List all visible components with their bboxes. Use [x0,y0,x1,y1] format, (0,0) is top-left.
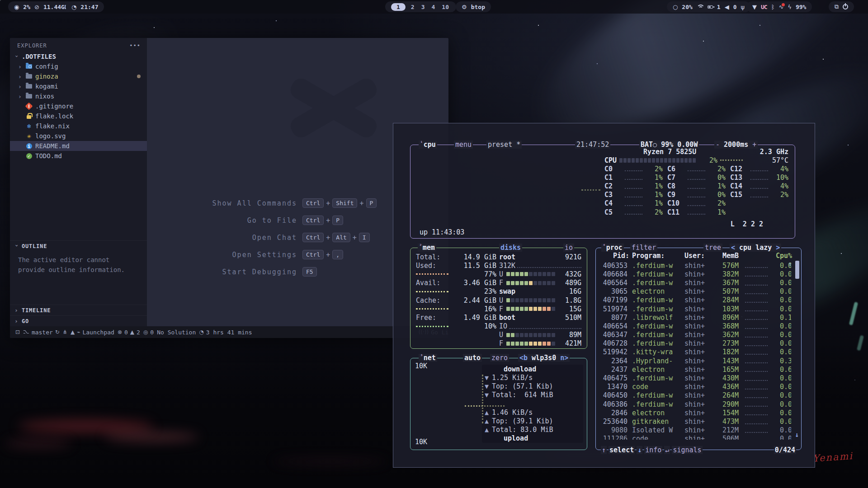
process-row-406450[interactable]: 406450.ferdium-wshin+264M0.0 [599,391,791,400]
net-zero-button[interactable]: zero [490,354,509,362]
process-row-519942[interactable]: 519942.kitty-wrashin+182M0.0 [599,348,791,357]
process-row-406684[interactable]: 406684.ferdium-wshin+382M0.0 [599,270,791,278]
chevron-right-icon: › [14,307,19,314]
workspace-1[interactable]: 1 [391,3,406,11]
time-tracker[interactable]: ◔ 3 hrs 41 mins [199,329,252,336]
clock-pill[interactable]: ◔ 21:47 [66,1,104,12]
workspace-4[interactable]: 4 [430,4,436,10]
file-row-nixos[interactable]: ›nixos [10,91,147,101]
window-title-pill[interactable]: ⚙ btop [456,1,491,12]
process-row-407199[interactable]: 407199.ferdium-wshin+284M0.0 [599,296,791,305]
tab-net[interactable]: ³net [419,354,437,362]
net-interface-switch[interactable]: <b wlp3s0 n> [518,354,570,362]
process-row-406728[interactable]: 406728.ferdium-wshin+273M0.0 [599,339,791,348]
process-row-253640[interactable]: 253640gitkrakenshin+473M0.0 [599,417,791,426]
net-auto-button[interactable]: auto [463,354,482,362]
recorder-icon[interactable]: ∿ [778,4,783,10]
session-pill[interactable]: ⧉ [829,1,854,12]
workspace-3[interactable]: 3 [420,4,426,10]
pipeline-button[interactable]: ⋔ [63,329,67,335]
outline-label: OUTLINE [22,243,47,249]
file-row-TODO.md[interactable]: ✓TODO.md [10,151,147,161]
net-spacer [485,399,580,408]
disk-bar-F: F15G [499,305,581,313]
process-row-406564[interactable]: 406564.ferdium-wshin+367M0.0 [599,278,791,287]
tab-mem[interactable]: ²mem [418,244,436,252]
io-toggle[interactable]: io [563,244,574,252]
workspace-2[interactable]: 2 [410,4,416,10]
tab-cpu[interactable]: ¹cpu [419,141,437,149]
remote-window-button[interactable]: ⊡ [15,329,20,335]
more-actions-icon[interactable]: ••• [129,42,141,49]
process-row-406654[interactable]: 406654.ferdium-wshin+368M0.0 [599,322,791,330]
section-go[interactable]: › GO [10,315,147,326]
tray-pill[interactable]: ▼ UC ᛒ ∿ ϟ 99% [746,1,812,12]
iface-prev[interactable]: <b [519,354,528,362]
file-row-README.md[interactable]: iREADME.md [10,141,147,151]
preset-button[interactable]: preset * [486,141,522,149]
workspace-10[interactable]: 10 [440,4,450,10]
feedback-button[interactable]: ◎ 0 [143,329,154,336]
process-row-13470[interactable]: 13470codeshin+436M0.0 [599,383,791,391]
select-label[interactable]: select [609,446,635,454]
clipboard-icon[interactable]: ⧉ [835,3,839,10]
file-row-flake.lock[interactable]: flake.lock [10,111,147,121]
pipeline-icon: ⋔ [63,329,67,335]
tray-app-icon[interactable]: UC [761,4,767,10]
file-row-kogami[interactable]: ›kogami [10,81,147,91]
filter-button[interactable]: filter [630,244,657,252]
sort-control[interactable]: < cpu lazy > [730,244,781,252]
process-row-2364[interactable]: 2364.Hyprland-shin+143M0.3 [599,357,791,365]
process-row-406475[interactable]: 406475.ferdium-wshin+430M0.0 [599,374,791,382]
memory-icon: ⊘ [34,4,39,10]
process-row-111286[interactable]: 111286codeshin+506M0.0 [599,435,791,440]
process-row-8077[interactable]: 8077.librewolfshin+896M0.1 [599,313,791,322]
select-down-icon[interactable]: ↓ [637,446,642,454]
section-timeline[interactable]: › TIMELINE [10,305,147,315]
problems-button[interactable]: ⊗ 0 ▲ 2 [118,329,140,336]
tab-proc[interactable]: ⁴proc [601,244,624,252]
chevron-down-icon: › [14,54,20,59]
file-row-ginoza[interactable]: ›ginoza [10,71,147,81]
process-row-406353[interactable]: 406353.ferdium-wshin+576M0.0 [599,261,791,270]
system-stats-pill[interactable]: ◉ 2% ⊘ 11.44GB [8,1,74,12]
process-row-9080[interactable]: 9080Isolated Wshin+212M0.0 [599,426,791,435]
launchpad-button[interactable]: ▲ ⌁ Launchpad [71,329,114,336]
process-row-2437[interactable]: 2437electronshin+165M0.6 [599,365,791,374]
select-up-icon[interactable]: ↑ [601,446,607,454]
file-row-logo.svg[interactable]: ✳logo.svg [10,131,147,141]
tree-toggle[interactable]: tree [703,244,722,252]
bluetooth-icon[interactable]: ᛒ [771,4,775,10]
section-outline[interactable]: › OUTLINE [10,240,147,251]
iface-next[interactable]: n> [560,354,568,362]
sort-prev[interactable]: < [731,244,735,252]
process-row-406386[interactable]: 406386.ferdium-wshin+290M0.0 [599,400,791,408]
mem-cache: Cache:2.44 GiB [416,296,496,305]
process-row-3065[interactable]: 3065electronshin+507M0.0 [599,287,791,296]
disks-title[interactable]: disks [499,244,522,252]
power-icon[interactable] [843,4,848,9]
hardware-pill[interactable]: ○ 20% 1 ◀ 0 ψ [667,1,750,12]
info-button[interactable]: info [644,446,662,454]
file-row-config[interactable]: ›config [10,61,147,71]
menu-button[interactable]: menu [454,141,473,149]
tree-root[interactable]: ›.DOTFILES [10,52,147,61]
process-row-406347[interactable]: 406347.ferdium-wshin+362M0.0 [599,331,791,339]
sort-next[interactable]: > [776,244,780,252]
file-row-flake.nix[interactable]: ❄flake.nix [10,121,147,131]
process-row-2846[interactable]: 2846electronshin+154M0.0 [599,408,791,417]
git-branch-button[interactable]: ⌥ master ↻ [23,329,60,336]
file-row-.gitignore[interactable]: .gitignore [10,101,147,111]
solution-status[interactable]: No Solution [157,329,196,336]
filter-label: filter [632,244,656,252]
folder-icon-folder [25,93,33,100]
scroll-down-icon[interactable]: ↓ [795,431,799,439]
signals-button[interactable]: signals [672,446,702,454]
kbd-key: Alt [332,233,350,242]
cpu-bar-segment [689,158,692,163]
proc-scrollbar[interactable] [795,261,799,279]
core-C10: C102% [667,199,726,208]
disk-bar-U: U1.8G [499,296,581,305]
git-branch-icon: ⌥ [23,329,29,335]
process-row-519974[interactable]: 519974.ferdium-wshin+103M0.0 [599,305,791,313]
